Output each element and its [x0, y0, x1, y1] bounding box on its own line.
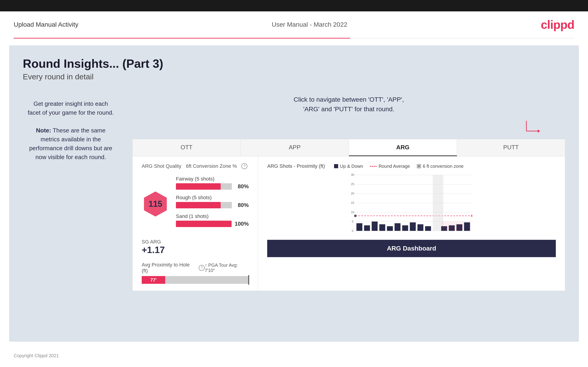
- bar-groups: Fairway (5 shots) 80% Rough: [176, 176, 249, 232]
- proximity-bar-track: 77': [142, 276, 249, 284]
- svg-rect-30: [425, 226, 431, 231]
- clippd-logo: clippd: [541, 18, 574, 32]
- tab-putt[interactable]: PUTT: [457, 139, 565, 156]
- bar-fairway-fill: [176, 183, 221, 190]
- svg-text:5: 5: [352, 220, 354, 223]
- shot-quality-label: ARG Shot Quality: [142, 163, 182, 169]
- legend-avg-icon: [370, 166, 377, 167]
- svg-text:20: 20: [351, 192, 354, 195]
- hex-score: 115: [142, 190, 169, 218]
- instruction-text: Get greater insight into each facet of y…: [28, 100, 114, 116]
- tab-ott[interactable]: OTT: [133, 139, 241, 156]
- note-label: Note:: [36, 127, 51, 134]
- svg-rect-23: [372, 222, 378, 231]
- arg-dashboard-button[interactable]: ARG Dashboard: [267, 240, 556, 257]
- legend-6ft: 6 ft conversion zone: [417, 164, 464, 169]
- proximity-value: 77': [150, 277, 156, 283]
- bar-rough-track: [176, 202, 232, 208]
- header: Upload Manual Activity User Manual - Mar…: [0, 11, 588, 38]
- manual-label: User Manual - March 2022: [272, 21, 347, 28]
- footer: Copyright Clippd 2021: [0, 349, 588, 363]
- nav-hint: Click to navigate between 'OTT', 'APP','…: [132, 95, 565, 114]
- annotation-arrow: [132, 118, 565, 137]
- chart-title: ARG Shots - Proximity (ft): [267, 163, 325, 169]
- metrics-panel: ARG Shot Quality 6ft Conversion Zone % ?…: [133, 156, 258, 291]
- svg-text:10: 10: [351, 210, 354, 214]
- main-content: Round Insights... (Part 3) Every round i…: [9, 45, 579, 342]
- bar-rough-pct: 80%: [235, 202, 249, 208]
- card-panel: ARG Shot Quality 6ft Conversion Zone % ?…: [132, 156, 565, 291]
- svg-rect-24: [379, 224, 385, 231]
- svg-rect-28: [410, 223, 416, 231]
- svg-rect-27: [402, 225, 408, 231]
- tab-bar: OTT APP ARG PUTT: [132, 139, 565, 156]
- bar-sand-fill: [176, 221, 232, 227]
- legend-avg-label: Round Average: [379, 164, 410, 169]
- svg-rect-38: [464, 223, 470, 231]
- bar-fairway-label: Fairway (5 shots): [176, 176, 249, 182]
- bar-fairway-track: [176, 183, 232, 190]
- hex-score-value: 115: [148, 199, 162, 209]
- bar-sand-track: [176, 221, 232, 227]
- page-title: Round Insights... (Part 3): [23, 57, 565, 70]
- svg-text:8: 8: [471, 214, 473, 217]
- sg-container: SG ARG +1.17: [142, 239, 249, 255]
- help-icon[interactable]: ?: [242, 163, 247, 169]
- chart-area: 0 5 10 15 20 25 30: [267, 174, 556, 233]
- left-panel: Get greater insight into each facet of y…: [23, 95, 119, 166]
- legend-avg: Round Average: [370, 164, 410, 169]
- legend-6ft-icon: [417, 164, 421, 168]
- bar-sand-label: Sand (1 shots): [176, 213, 249, 219]
- sg-value: +1.17: [142, 245, 249, 255]
- svg-rect-22: [364, 225, 370, 231]
- tab-arg[interactable]: ARG: [349, 139, 457, 156]
- bar-fairway-row: 80%: [176, 183, 249, 190]
- svg-point-20: [354, 215, 357, 217]
- chart-header: ARG Shots - Proximity (ft) Up & Down Rou…: [267, 163, 556, 169]
- svg-text:30: 30: [351, 174, 354, 176]
- svg-rect-26: [395, 223, 400, 231]
- copyright-text: Copyright Clippd 2021: [14, 353, 59, 358]
- svg-marker-2: [538, 129, 540, 133]
- proximity-header: Avg Proximity to Hole (ft) ? ↑ PGA Tour …: [142, 262, 249, 274]
- proximity-help-icon[interactable]: ?: [199, 265, 205, 271]
- legend-updown-label: Up & Down: [340, 164, 363, 169]
- svg-text:15: 15: [351, 201, 354, 204]
- legend-updown-icon: [334, 164, 338, 168]
- bar-sand-pct: 100%: [235, 221, 249, 227]
- bar-fairway-pct: 80%: [235, 183, 249, 190]
- svg-text:25: 25: [351, 182, 354, 186]
- hexagon-container: 115 Fairway (5 shots) 80%: [142, 176, 249, 232]
- tab-app[interactable]: APP: [241, 139, 349, 156]
- bar-rough-row: 80%: [176, 202, 249, 208]
- bar-sand-row: 100%: [176, 221, 249, 227]
- proximity-cursor: [248, 275, 249, 285]
- svg-rect-29: [418, 224, 424, 231]
- metrics-header: ARG Shot Quality 6ft Conversion Zone % ?: [142, 163, 249, 169]
- instruction-box: Get greater insight into each facet of y…: [23, 95, 119, 166]
- proximity-label-text: Avg Proximity to Hole (ft): [142, 262, 197, 274]
- legend-6ft-label: 6 ft conversion zone: [423, 164, 464, 169]
- bar-rough-label: Rough (5 shots): [176, 195, 249, 200]
- top-bar: [0, 0, 588, 11]
- bar-rough: Rough (5 shots) 80%: [176, 195, 249, 208]
- bar-fairway: Fairway (5 shots) 80%: [176, 176, 249, 190]
- proximity-bar-fill: 77': [142, 276, 165, 284]
- bar-sand: Sand (1 shots) 100%: [176, 213, 249, 227]
- conversion-label: 6ft Conversion Zone %: [186, 163, 237, 169]
- chart-panel: ARG Shots - Proximity (ft) Up & Down Rou…: [258, 156, 565, 291]
- sg-label: SG ARG: [142, 239, 249, 245]
- upload-label: Upload Manual Activity: [14, 21, 78, 28]
- header-divider: [14, 38, 574, 39]
- proximity-label: Avg Proximity to Hole (ft) ?: [142, 262, 205, 274]
- right-panel: Click to navigate between 'OTT', 'APP','…: [132, 95, 565, 291]
- legend-6ft-check: [418, 165, 420, 167]
- svg-text:0: 0: [352, 229, 354, 233]
- svg-rect-21: [356, 223, 362, 231]
- bar-rough-fill: [176, 202, 221, 208]
- pga-avg: ↑ PGA Tour Avg: 7'10": [205, 263, 249, 273]
- svg-rect-25: [387, 226, 393, 231]
- page-subtitle: Every round in detail: [23, 72, 565, 81]
- proximity-section: Avg Proximity to Hole (ft) ? ↑ PGA Tour …: [142, 262, 249, 284]
- legend-updown: Up & Down: [334, 164, 363, 169]
